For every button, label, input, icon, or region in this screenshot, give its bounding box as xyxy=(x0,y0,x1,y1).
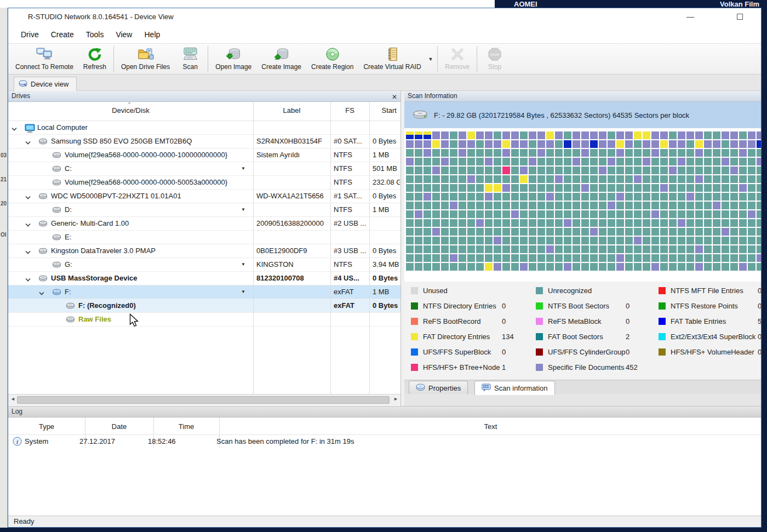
log-column-date[interactable]: Date xyxy=(85,422,153,431)
scan-block xyxy=(537,263,545,271)
chevron-down-icon[interactable] xyxy=(25,248,31,256)
chevron-down-icon[interactable]: ▼ xyxy=(426,56,436,62)
scan-block xyxy=(529,167,536,174)
scan-block xyxy=(494,237,501,244)
background-right-strip xyxy=(762,0,767,532)
chevron-down-icon[interactable] xyxy=(39,289,44,298)
tree-row-kingston-datatraveler-3-0-pmap[interactable]: Kingston DataTraveler 3.0 PMAP0B0E12900D… xyxy=(8,244,401,258)
log-column-text[interactable]: Text xyxy=(219,422,762,431)
log-column-type[interactable]: Type xyxy=(8,422,85,431)
chevron-down-icon[interactable] xyxy=(25,193,31,202)
tree-row-c[interactable]: C:▼NTFS501 MB xyxy=(8,162,401,176)
tree-row-e[interactable]: E: xyxy=(8,231,401,244)
maximize-button[interactable] xyxy=(731,10,748,24)
column-header-start[interactable]: Start xyxy=(369,106,397,115)
legend-swatch xyxy=(536,318,543,325)
scan-block xyxy=(520,167,528,174)
tab-device-view[interactable]: Device view xyxy=(14,77,77,91)
scan-block xyxy=(590,149,598,157)
scan-block xyxy=(406,184,414,192)
tree-row-wdc-wd5000bpvt-22hxzt1-01-01a01[interactable]: WDC WD5000BPVT-22HXZT1 01.01A01WD-WXA1A2… xyxy=(8,190,401,203)
chevron-down-icon[interactable]: ▼ xyxy=(241,262,245,267)
open-drive-files-button[interactable]: Open Drive Files xyxy=(116,44,175,74)
legend-value: 0 xyxy=(758,348,762,356)
chevron-down-icon[interactable]: ▼ xyxy=(241,166,245,171)
chevron-down-icon[interactable]: ▼ xyxy=(241,207,245,212)
tree-row-f-recognized0[interactable]: F: (Recognized0)exFAT0 Bytes xyxy=(8,299,401,313)
chevron-down-icon[interactable] xyxy=(12,125,17,133)
scrollbar-thumb[interactable] xyxy=(17,396,390,404)
scan-block xyxy=(616,184,624,192)
tree-row-g[interactable]: G:▼KINGSTONNTFS3.94 MB xyxy=(8,258,401,272)
scan-block xyxy=(730,263,738,271)
connect-to-remote-button[interactable]: Connect To Remote xyxy=(10,44,78,74)
column-header-label[interactable]: Label xyxy=(253,106,330,115)
scan-block xyxy=(485,202,493,209)
scan-block xyxy=(678,193,685,201)
create-image-button[interactable]: Create Image xyxy=(256,44,306,74)
chevron-down-icon[interactable]: ▼ xyxy=(241,289,245,294)
legend-swatch xyxy=(659,302,666,310)
create-region-button[interactable]: Create Region xyxy=(306,44,358,74)
chevron-down-icon[interactable] xyxy=(25,139,31,147)
tab-scan-information[interactable]: Scan information xyxy=(474,381,555,395)
tree-row-usb-massstorage-device[interactable]: USB MassStorage Device812320100708#4 US.… xyxy=(8,272,401,285)
menu-tools[interactable]: Tools xyxy=(80,28,110,41)
open-image-button[interactable]: Open Image xyxy=(210,44,256,74)
log-entry[interactable]: i System 27.12.2017 18:52:46 Scan has be… xyxy=(8,435,762,448)
refresh-button[interactable]: Refresh xyxy=(78,44,111,74)
scan-block xyxy=(660,193,668,201)
scan-block xyxy=(537,237,545,244)
tree-row-volume-f29ea568-0000-0000-0000-50053a000000[interactable]: Volume{f29ea568-0000-0000-0000-50053a000… xyxy=(8,176,401,190)
scan-block xyxy=(713,158,720,165)
tab-properties[interactable]: Properties xyxy=(409,381,468,394)
scan-block xyxy=(467,228,475,236)
scan-block xyxy=(730,193,738,201)
menu-drive[interactable]: Drive xyxy=(15,28,45,41)
scan-block xyxy=(625,175,633,183)
column-header-fs[interactable]: FS xyxy=(330,106,369,115)
tree-row-start: 0 Bytes xyxy=(373,301,400,310)
chevron-down-icon[interactable] xyxy=(25,221,31,229)
minimize-button[interactable]: — xyxy=(682,10,699,24)
scan-block xyxy=(537,149,545,157)
scan-block xyxy=(713,175,720,183)
tree-row-d[interactable]: D:▼NTFS1 MB xyxy=(8,203,401,217)
scroll-left-icon[interactable]: ◄ xyxy=(10,396,15,402)
horizontal-scrollbar[interactable]: ◄ ► xyxy=(8,394,400,405)
scan-block xyxy=(704,184,712,192)
scan-block xyxy=(564,140,571,148)
tree-row-generic-multi-card-1-00[interactable]: Generic- Multi-Card 1.002009051638820000… xyxy=(8,217,401,231)
scan-block xyxy=(643,140,650,148)
scan-block xyxy=(757,167,762,174)
tree-row-raw-files[interactable]: Raw Files xyxy=(8,313,401,327)
scan-block xyxy=(625,263,633,271)
scan-block xyxy=(502,193,510,201)
scan-block xyxy=(520,245,528,253)
scan-block xyxy=(651,254,659,262)
column-header-device-disk[interactable]: Device/Disk xyxy=(8,106,253,115)
menu-help[interactable]: Help xyxy=(138,28,166,41)
tree-row-label: 20090516388200000 xyxy=(256,219,329,227)
scan-block xyxy=(669,210,677,218)
scan-block xyxy=(634,175,642,183)
tree-row-volume-f29ea568-0000-0000-0000-100000000000[interactable]: Volume{f29ea568-0000-0000-0000-100000000… xyxy=(8,148,401,162)
tree-row-local-computer[interactable]: Local Computer xyxy=(8,121,401,135)
create-virtual-raid-button[interactable]: Create Virtual RAID xyxy=(358,44,426,74)
scroll-right-icon[interactable]: ► xyxy=(393,396,398,402)
legend-swatch xyxy=(659,287,666,294)
menu-create[interactable]: Create xyxy=(45,28,80,41)
chevron-down-icon[interactable] xyxy=(25,276,31,284)
scan-block xyxy=(608,167,615,174)
tree-row-f[interactable]: F:▼exFAT1 MB xyxy=(8,285,401,299)
tree-row-label: KINGSTON xyxy=(256,260,329,268)
scan-block xyxy=(748,228,755,236)
close-icon[interactable]: ✕ xyxy=(392,92,397,102)
menu-view[interactable]: View xyxy=(110,28,138,41)
scan-block xyxy=(511,131,519,139)
scan-block xyxy=(678,245,685,253)
create-image-icon xyxy=(274,46,289,62)
log-column-time[interactable]: Time xyxy=(153,422,219,431)
scan-button[interactable]: Scan xyxy=(175,44,205,74)
tree-row-samsung-ssd-850-evo-250gb-emt02b6q[interactable]: Samsung SSD 850 EVO 250GB EMT02B6QS2R4NX… xyxy=(8,135,401,148)
